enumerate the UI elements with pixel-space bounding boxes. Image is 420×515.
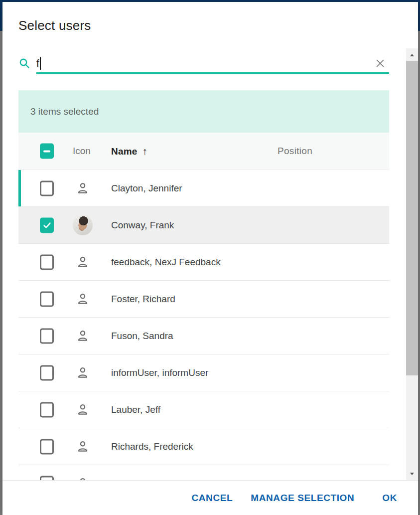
scrollbar-thumb[interactable] (406, 61, 418, 375)
row-checkbox[interactable] (40, 291, 54, 307)
table-row[interactable]: Clayton, Jennifer (18, 170, 389, 207)
user-name: Conway, Frank (111, 220, 174, 231)
person-icon (75, 292, 90, 307)
row-checkbox[interactable] (40, 254, 54, 270)
dialog-title: Select users (2, 2, 418, 34)
user-name: Clayton, Jennifer (111, 183, 182, 194)
vertical-scrollbar[interactable] (406, 48, 418, 480)
user-rows-container: Clayton, Jennifer Conway, Frank feedback… (18, 170, 389, 480)
column-header-icon[interactable]: Icon (73, 146, 91, 157)
table-header-row: Icon Name↑ Position (18, 133, 389, 170)
check-icon (42, 220, 52, 230)
indeterminate-icon (43, 150, 50, 152)
row-checkbox[interactable] (40, 217, 54, 233)
person-icon (75, 365, 90, 380)
table-row[interactable]: Conway, Frank (18, 207, 389, 244)
user-name: Lauber, Jeff (111, 404, 160, 415)
cancel-button[interactable]: CANCEL (191, 493, 233, 504)
arrow-up-icon (410, 54, 414, 56)
search-input[interactable]: f (36, 57, 39, 69)
user-name: Foster, Richard (111, 294, 175, 305)
user-list: 3 items selected Icon Name↑ Position Cla… (18, 90, 389, 480)
scroll-up-button[interactable] (406, 48, 418, 61)
table-row[interactable]: Lauber, Jeff (18, 391, 389, 428)
text-caret (40, 57, 41, 70)
selection-count-text: 3 items selected (30, 106, 99, 117)
close-icon (374, 57, 387, 70)
user-name: Richards, Frederick (111, 441, 193, 452)
search-icon (18, 57, 30, 69)
person-icon (75, 255, 90, 270)
clear-search-button[interactable] (373, 56, 387, 70)
table-row[interactable]: feedback, NexJ Feedback (18, 244, 389, 281)
user-avatar (73, 215, 93, 235)
table-row[interactable]: Foster, Richard (18, 281, 389, 318)
person-icon (75, 439, 90, 454)
table-row[interactable]: informUser, informUser (18, 354, 389, 391)
person-icon (75, 329, 90, 343)
person-icon (75, 181, 90, 196)
select-users-dialog: Select users f 3 items selected (2, 2, 418, 515)
select-all-checkbox[interactable] (40, 144, 54, 159)
column-header-name[interactable]: Name↑ (111, 146, 147, 157)
search-bar[interactable]: f (18, 53, 402, 74)
arrow-down-icon (410, 473, 414, 475)
column-header-position[interactable]: Position (278, 146, 312, 157)
row-checkbox[interactable] (40, 180, 54, 196)
row-checkbox[interactable] (40, 476, 54, 480)
sort-ascending-icon: ↑ (142, 146, 147, 157)
selection-count-banner: 3 items selected (18, 90, 389, 133)
person-icon (75, 402, 90, 417)
table-row[interactable]: Fuson, Sandra (18, 318, 389, 354)
row-checkbox[interactable] (40, 439, 54, 454)
table-row[interactable] (18, 465, 389, 480)
ok-button[interactable]: OK (382, 493, 397, 504)
row-checkbox[interactable] (40, 402, 54, 417)
row-checkbox[interactable] (40, 365, 54, 380)
manage-selection-button[interactable]: MANAGE SELECTION (251, 493, 354, 504)
row-checkbox[interactable] (40, 328, 54, 343)
search-underline (36, 72, 389, 74)
person-icon (75, 476, 90, 481)
scroll-down-button[interactable] (406, 467, 418, 480)
user-name: informUser, informUser (111, 367, 208, 378)
dialog-footer: CANCEL MANAGE SELECTION OK (2, 480, 418, 515)
user-name: feedback, NexJ Feedback (111, 257, 221, 268)
table-row[interactable]: Richards, Frederick (18, 428, 389, 465)
user-name: Fuson, Sandra (111, 331, 173, 342)
